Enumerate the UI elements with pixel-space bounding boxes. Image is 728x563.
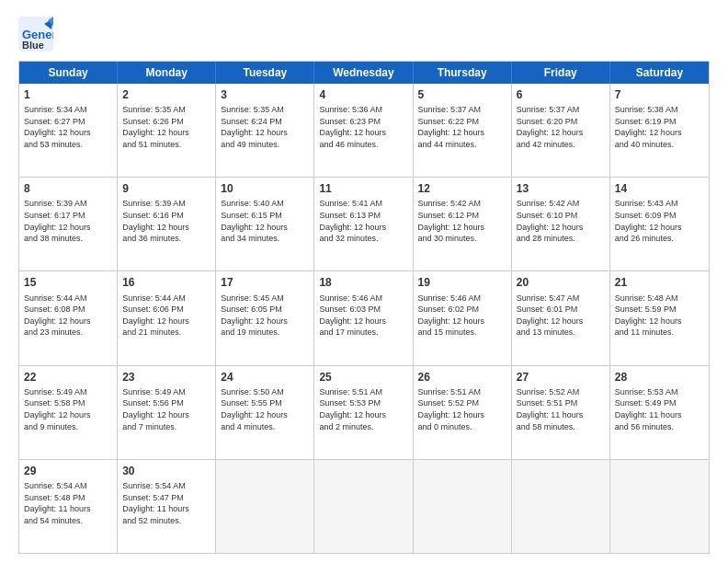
calendar-cell: 5Sunrise: 5:37 AM Sunset: 6:22 PM Daylig…	[414, 84, 512, 177]
day-info: Sunrise: 5:37 AM Sunset: 6:22 PM Dayligh…	[418, 104, 506, 150]
day-info: Sunrise: 5:49 AM Sunset: 5:56 PM Dayligh…	[122, 386, 210, 432]
day-info: Sunrise: 5:51 AM Sunset: 5:53 PM Dayligh…	[319, 386, 407, 432]
day-info: Sunrise: 5:39 AM Sunset: 6:16 PM Dayligh…	[122, 198, 210, 244]
day-number: 9	[122, 181, 210, 196]
calendar-cell: 12Sunrise: 5:42 AM Sunset: 6:12 PM Dayli…	[414, 178, 512, 270]
calendar-cell: 1Sunrise: 5:34 AM Sunset: 6:27 PM Daylig…	[19, 84, 118, 177]
day-number: 28	[615, 370, 704, 385]
day-number: 17	[221, 275, 309, 290]
calendar-week: 22Sunrise: 5:49 AM Sunset: 5:58 PM Dayli…	[19, 366, 709, 460]
calendar-week: 8Sunrise: 5:39 AM Sunset: 6:17 PM Daylig…	[19, 178, 709, 271]
calendar-cell: 8Sunrise: 5:39 AM Sunset: 6:17 PM Daylig…	[19, 178, 118, 270]
day-number: 14	[615, 181, 704, 196]
day-number: 10	[221, 181, 309, 196]
day-info: Sunrise: 5:51 AM Sunset: 5:52 PM Dayligh…	[418, 386, 506, 432]
calendar-day-header: Thursday	[414, 62, 512, 84]
day-number: 29	[24, 464, 112, 478]
calendar-cell: 27Sunrise: 5:52 AM Sunset: 5:51 PM Dayli…	[512, 366, 610, 459]
day-number: 20	[517, 275, 605, 290]
logo-icon: General Blue	[18, 17, 53, 52]
day-number: 18	[319, 275, 407, 290]
day-info: Sunrise: 5:47 AM Sunset: 6:01 PM Dayligh…	[517, 293, 605, 339]
day-number: 22	[24, 370, 112, 385]
day-number: 26	[418, 370, 506, 385]
calendar-day-header: Monday	[118, 62, 216, 84]
day-info: Sunrise: 5:46 AM Sunset: 6:03 PM Dayligh…	[319, 293, 407, 339]
day-info: Sunrise: 5:41 AM Sunset: 6:13 PM Dayligh…	[319, 198, 407, 244]
day-number: 1	[24, 87, 112, 102]
calendar-cell: 29Sunrise: 5:54 AM Sunset: 5:48 PM Dayli…	[19, 460, 118, 553]
calendar-cell: 17Sunrise: 5:45 AM Sunset: 6:05 PM Dayli…	[216, 271, 314, 364]
header: General Blue	[18, 17, 710, 52]
calendar-cell: 21Sunrise: 5:48 AM Sunset: 5:59 PM Dayli…	[610, 271, 709, 364]
day-info: Sunrise: 5:44 AM Sunset: 6:06 PM Dayligh…	[122, 293, 210, 339]
day-info: Sunrise: 5:40 AM Sunset: 6:15 PM Dayligh…	[221, 198, 309, 244]
day-number: 8	[24, 181, 112, 196]
day-number: 5	[418, 87, 506, 102]
calendar-body: 1Sunrise: 5:34 AM Sunset: 6:27 PM Daylig…	[19, 84, 709, 553]
day-number: 2	[122, 87, 210, 102]
calendar-cell: 23Sunrise: 5:49 AM Sunset: 5:56 PM Dayli…	[118, 366, 216, 459]
calendar-cell: 19Sunrise: 5:46 AM Sunset: 6:02 PM Dayli…	[414, 271, 512, 364]
day-number: 23	[122, 370, 210, 385]
calendar-cell: 14Sunrise: 5:43 AM Sunset: 6:09 PM Dayli…	[610, 178, 709, 270]
calendar: SundayMondayTuesdayWednesdayThursdayFrid…	[18, 61, 710, 554]
calendar-week: 29Sunrise: 5:54 AM Sunset: 5:48 PM Dayli…	[19, 460, 709, 553]
calendar-cell	[610, 460, 709, 553]
day-info: Sunrise: 5:49 AM Sunset: 5:58 PM Dayligh…	[24, 386, 112, 432]
day-info: Sunrise: 5:50 AM Sunset: 5:55 PM Dayligh…	[221, 386, 309, 432]
day-number: 19	[418, 275, 506, 290]
logo: General Blue	[18, 17, 53, 52]
calendar-cell: 18Sunrise: 5:46 AM Sunset: 6:03 PM Dayli…	[314, 271, 413, 364]
day-info: Sunrise: 5:44 AM Sunset: 6:08 PM Dayligh…	[24, 293, 112, 339]
day-number: 21	[615, 275, 704, 290]
day-number: 27	[517, 370, 605, 385]
day-number: 25	[319, 370, 407, 385]
day-number: 3	[221, 87, 309, 102]
day-info: Sunrise: 5:53 AM Sunset: 5:49 PM Dayligh…	[615, 386, 704, 432]
calendar-cell: 11Sunrise: 5:41 AM Sunset: 6:13 PM Dayli…	[314, 178, 413, 270]
calendar-cell: 4Sunrise: 5:36 AM Sunset: 6:23 PM Daylig…	[314, 84, 413, 177]
calendar-cell: 15Sunrise: 5:44 AM Sunset: 6:08 PM Dayli…	[19, 271, 118, 364]
calendar-cell	[314, 460, 413, 553]
day-info: Sunrise: 5:34 AM Sunset: 6:27 PM Dayligh…	[24, 104, 112, 150]
calendar-header: SundayMondayTuesdayWednesdayThursdayFrid…	[19, 62, 709, 84]
day-info: Sunrise: 5:45 AM Sunset: 6:05 PM Dayligh…	[221, 293, 309, 339]
calendar-week: 15Sunrise: 5:44 AM Sunset: 6:08 PM Dayli…	[19, 271, 709, 365]
day-info: Sunrise: 5:38 AM Sunset: 6:19 PM Dayligh…	[615, 104, 704, 150]
day-info: Sunrise: 5:54 AM Sunset: 5:47 PM Dayligh…	[122, 480, 210, 526]
calendar-cell: 16Sunrise: 5:44 AM Sunset: 6:06 PM Dayli…	[118, 271, 216, 364]
day-info: Sunrise: 5:48 AM Sunset: 5:59 PM Dayligh…	[615, 293, 704, 339]
calendar-cell: 2Sunrise: 5:35 AM Sunset: 6:26 PM Daylig…	[118, 84, 216, 177]
calendar-cell: 20Sunrise: 5:47 AM Sunset: 6:01 PM Dayli…	[512, 271, 610, 364]
calendar-cell: 10Sunrise: 5:40 AM Sunset: 6:15 PM Dayli…	[216, 178, 314, 270]
day-info: Sunrise: 5:54 AM Sunset: 5:48 PM Dayligh…	[24, 480, 112, 526]
day-number: 15	[24, 275, 112, 290]
day-number: 11	[319, 181, 407, 196]
calendar-day-header: Wednesday	[314, 62, 413, 84]
day-info: Sunrise: 5:35 AM Sunset: 6:24 PM Dayligh…	[221, 104, 309, 150]
day-number: 16	[122, 275, 210, 290]
day-info: Sunrise: 5:37 AM Sunset: 6:20 PM Dayligh…	[517, 104, 605, 150]
calendar-cell: 7Sunrise: 5:38 AM Sunset: 6:19 PM Daylig…	[610, 84, 709, 177]
calendar-cell: 6Sunrise: 5:37 AM Sunset: 6:20 PM Daylig…	[512, 84, 610, 177]
calendar-cell: 28Sunrise: 5:53 AM Sunset: 5:49 PM Dayli…	[610, 366, 709, 459]
day-number: 4	[319, 87, 407, 102]
day-info: Sunrise: 5:46 AM Sunset: 6:02 PM Dayligh…	[418, 293, 506, 339]
day-info: Sunrise: 5:42 AM Sunset: 6:10 PM Dayligh…	[517, 198, 605, 244]
calendar-cell: 3Sunrise: 5:35 AM Sunset: 6:24 PM Daylig…	[216, 84, 314, 177]
page: General Blue SundayMondayTuesdayWednesda…	[0, 0, 728, 563]
calendar-cell: 25Sunrise: 5:51 AM Sunset: 5:53 PM Dayli…	[314, 366, 413, 459]
calendar-cell	[414, 460, 512, 553]
calendar-day-header: Tuesday	[216, 62, 314, 84]
calendar-cell: 13Sunrise: 5:42 AM Sunset: 6:10 PM Dayli…	[512, 178, 610, 270]
day-info: Sunrise: 5:52 AM Sunset: 5:51 PM Dayligh…	[517, 386, 605, 432]
day-info: Sunrise: 5:42 AM Sunset: 6:12 PM Dayligh…	[418, 198, 506, 244]
day-info: Sunrise: 5:35 AM Sunset: 6:26 PM Dayligh…	[122, 104, 210, 150]
day-number: 24	[221, 370, 309, 385]
calendar-cell: 26Sunrise: 5:51 AM Sunset: 5:52 PM Dayli…	[414, 366, 512, 459]
day-info: Sunrise: 5:39 AM Sunset: 6:17 PM Dayligh…	[24, 198, 112, 244]
calendar-cell: 24Sunrise: 5:50 AM Sunset: 5:55 PM Dayli…	[216, 366, 314, 459]
svg-text:Blue: Blue	[22, 40, 44, 51]
calendar-day-header: Saturday	[610, 62, 709, 84]
